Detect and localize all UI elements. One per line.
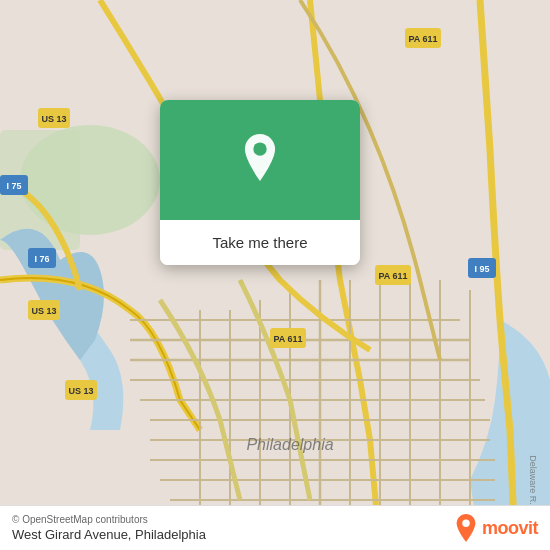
svg-text:US 13: US 13 [68, 386, 93, 396]
copyright-text: © OpenStreetMap contributors [12, 514, 206, 525]
svg-point-43 [253, 142, 266, 155]
svg-text:US 13: US 13 [31, 306, 56, 316]
svg-text:Philadelphia: Philadelphia [246, 436, 333, 453]
svg-point-44 [462, 520, 469, 527]
moovit-logo: moovit [454, 514, 538, 542]
svg-text:I 76: I 76 [34, 254, 49, 264]
popup-card: Take me there [160, 100, 360, 265]
moovit-wordmark: moovit [482, 518, 538, 539]
bottom-bar: © OpenStreetMap contributors West Girard… [0, 505, 550, 550]
svg-text:I 75: I 75 [6, 181, 21, 191]
svg-text:Delaware R.: Delaware R. [528, 455, 538, 505]
map-container: US 13 US 13 US 13 PA 611 PA 611 PA 611 I… [0, 0, 550, 550]
bottom-left-info: © OpenStreetMap contributors West Girard… [12, 514, 206, 542]
svg-text:PA 611: PA 611 [273, 334, 302, 344]
svg-text:US 13: US 13 [41, 114, 66, 124]
location-pin-icon [234, 134, 286, 186]
map-svg: US 13 US 13 US 13 PA 611 PA 611 PA 611 I… [0, 0, 550, 550]
moovit-pin-icon [454, 514, 478, 542]
popup-header [160, 100, 360, 220]
svg-text:PA 611: PA 611 [408, 34, 437, 44]
svg-text:PA 611: PA 611 [378, 271, 407, 281]
take-me-there-button[interactable]: Take me there [160, 220, 360, 265]
svg-text:I 95: I 95 [474, 264, 489, 274]
location-text: West Girard Avenue, Philadelphia [12, 527, 206, 542]
